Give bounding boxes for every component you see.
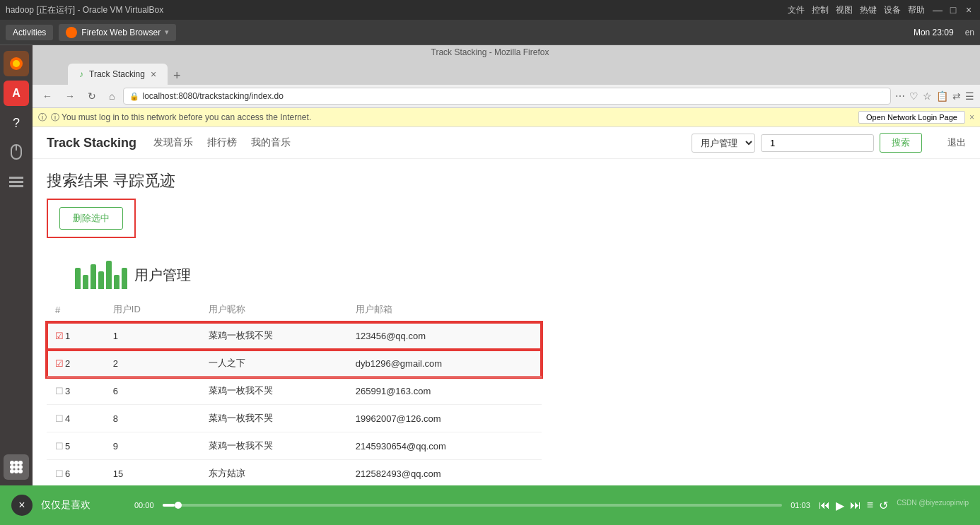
- maximize-button[interactable]: □: [947, 4, 959, 16]
- prev-button[interactable]: ⏮: [819, 499, 830, 512]
- app-nav: 发现音乐 排行榜 我的音乐: [153, 136, 291, 149]
- activities-button[interactable]: Activities: [6, 25, 53, 40]
- svg-point-12: [18, 465, 23, 469]
- sidebar-icon-question[interactable]: ?: [4, 110, 29, 136]
- player-time-total: 01:03: [791, 501, 810, 509]
- heart-icon[interactable]: ♡: [909, 90, 918, 102]
- address-bar[interactable]: [142, 91, 885, 101]
- svg-point-7: [10, 461, 14, 465]
- info-bar-close-button[interactable]: ×: [969, 112, 974, 122]
- logout-button[interactable]: 退出: [947, 136, 966, 149]
- firefox-label: Firefox Web Browser: [81, 28, 161, 37]
- open-network-button[interactable]: Open Network Login Page: [858, 111, 965, 124]
- chart-decoration: [75, 261, 127, 289]
- user-table-section: # 用户ID 用户昵称 用户邮箱 ☑1 1 菜鸡一枚我不哭: [47, 297, 542, 515]
- os-menu-hotkey[interactable]: 热键: [860, 4, 877, 16]
- row-nickname-cell: 东方姑凉: [200, 460, 347, 488]
- row-nickname-cell: 菜鸡一枚我不哭: [200, 322, 347, 350]
- row-checkbox[interactable]: ☑: [55, 331, 64, 341]
- tab-bar: ♪ Track Stacking × +: [33, 59, 980, 85]
- svg-rect-4: [9, 177, 23, 179]
- back-button[interactable]: ←: [38, 88, 57, 105]
- sidebar-icon-a[interactable]: A: [4, 81, 29, 106]
- row-email-cell: 212582493@qq.com: [347, 460, 542, 488]
- row-checkbox[interactable]: ☐: [55, 413, 64, 424]
- activities-label: Activities: [13, 28, 46, 37]
- player-close-button[interactable]: ×: [11, 495, 33, 516]
- star-icon[interactable]: ☆: [923, 90, 932, 102]
- search-field[interactable]: [761, 134, 874, 152]
- firefox-icon: [66, 27, 77, 38]
- synced-icon[interactable]: ⇄: [952, 90, 961, 102]
- app-logo: Track Stacking: [47, 136, 136, 151]
- user-mgmt-title: 用户管理: [134, 266, 191, 285]
- player-progress-bar[interactable]: [163, 504, 783, 507]
- os-menu-file[interactable]: 文件: [788, 4, 805, 16]
- window-controls[interactable]: — □ ×: [932, 4, 974, 16]
- os-menu-help[interactable]: 帮助: [908, 4, 925, 16]
- col-header-index: #: [47, 297, 105, 322]
- row-checkbox[interactable]: ☐: [55, 386, 64, 396]
- row-index-cell: ☐3: [47, 377, 105, 405]
- os-menu-control[interactable]: 控制: [812, 4, 829, 16]
- forward-button[interactable]: →: [61, 88, 79, 105]
- ubuntu-sidebar: A ?: [0, 59, 33, 485]
- svg-point-1: [13, 60, 20, 67]
- home-button[interactable]: ⌂: [105, 88, 119, 105]
- menu-icon[interactable]: ☰: [965, 90, 974, 102]
- browser-area: ♪ Track Stacking × + ← → ↻ ⌂ 🔒 ⋯ ♡: [33, 59, 980, 525]
- row-checkbox[interactable]: ☐: [55, 441, 64, 452]
- browser-tab-active[interactable]: ♪ Track Stacking ×: [68, 64, 168, 85]
- row-userid-cell: 15: [105, 460, 200, 488]
- dropdown-icon[interactable]: ▾: [165, 28, 169, 37]
- playlist-button[interactable]: ≡: [867, 499, 873, 512]
- csdn-watermark: CSDN @biyezuopinvip: [897, 499, 969, 512]
- svg-rect-6: [9, 185, 23, 187]
- minimize-button[interactable]: —: [932, 4, 943, 16]
- nav-ranking[interactable]: 排行榜: [207, 136, 237, 149]
- sidebar-icon-mouse[interactable]: [4, 140, 29, 165]
- close-button[interactable]: ×: [963, 4, 974, 16]
- row-checkbox[interactable]: ☑: [55, 358, 64, 369]
- tab-close-button[interactable]: ×: [151, 69, 156, 80]
- sidebar-icon-lines[interactable]: [4, 170, 29, 195]
- svg-point-8: [14, 461, 18, 465]
- row-checkbox[interactable]: ☐: [55, 468, 64, 479]
- svg-point-11: [14, 465, 18, 469]
- nav-discover[interactable]: 发现音乐: [153, 136, 193, 149]
- svg-point-9: [18, 461, 23, 465]
- play-button[interactable]: ▶: [836, 499, 844, 512]
- firefox-taskbar-item[interactable]: Firefox Web Browser ▾: [59, 24, 176, 41]
- tab-favicon: ♪: [79, 69, 83, 79]
- search-button[interactable]: 搜索: [880, 133, 922, 153]
- chart-bar: [114, 275, 119, 289]
- row-userid-cell: 8: [105, 405, 200, 432]
- search-type-dropdown[interactable]: 用户管理: [692, 134, 755, 153]
- sidebar-icon-firefox[interactable]: [4, 59, 29, 76]
- next-button[interactable]: ⏭: [850, 499, 861, 512]
- delete-selected-button[interactable]: 删除选中: [59, 207, 123, 230]
- reading-icon[interactable]: 📋: [936, 90, 948, 102]
- row-userid-cell: 9: [105, 432, 200, 460]
- repeat-button[interactable]: ↺: [879, 499, 888, 512]
- sidebar-icon-apps[interactable]: [4, 454, 29, 480]
- col-header-email: 用户邮箱: [347, 297, 542, 322]
- bottom-player: × 仅仅是喜欢 00:00 01:03 ⏮ ▶ ⏭ ≡ ↺ CSDN @biye…: [0, 485, 980, 525]
- main-content: 搜索结果 寻踪觅迹 删除选中 用户管理: [33, 159, 980, 525]
- language-indicator: en: [965, 28, 974, 37]
- reload-button[interactable]: ↻: [83, 88, 100, 105]
- svg-point-14: [14, 469, 18, 473]
- col-header-nickname: 用户昵称: [200, 297, 347, 322]
- nav-mymusic[interactable]: 我的音乐: [251, 136, 291, 149]
- os-menu-device[interactable]: 设备: [884, 4, 901, 16]
- row-index-cell: ☐5: [47, 432, 105, 460]
- svg-rect-5: [9, 181, 23, 183]
- player-controls: ⏮ ▶ ⏭ ≡ ↺ CSDN @biyezuopinvip: [819, 499, 969, 512]
- row-email-cell: 265991@163.com: [347, 377, 542, 405]
- bookmarks-icon[interactable]: ⋯: [895, 90, 905, 102]
- player-progress-fill: [163, 504, 175, 507]
- os-menu[interactable]: 文件 控制 视图 热键 设备 帮助: [788, 4, 925, 16]
- new-tab-button[interactable]: +: [169, 67, 185, 85]
- address-bar-container: 🔒: [123, 88, 891, 105]
- os-menu-view[interactable]: 视图: [836, 4, 853, 16]
